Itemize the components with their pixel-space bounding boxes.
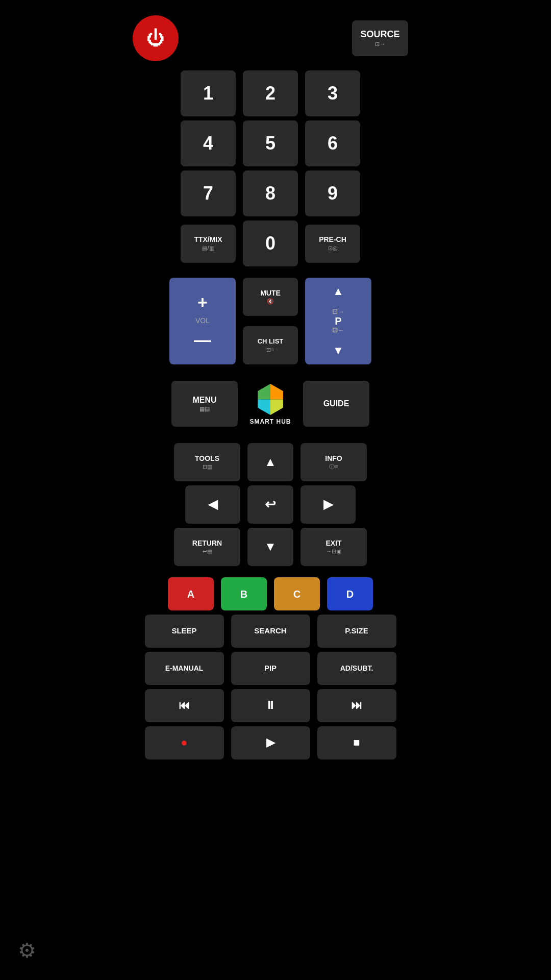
smart-hub-button[interactable]: SMART HUB xyxy=(245,376,296,432)
source-label: SOURCE xyxy=(360,30,399,40)
record-icon: ● xyxy=(181,737,187,749)
rewind-pause-ffwd-row: ⏮ ⏸ ⏭ xyxy=(128,689,413,722)
btn-4[interactable]: 4 xyxy=(181,120,236,166)
ttx-mix-button[interactable]: TTX/MIX ▤/▥ xyxy=(181,225,236,263)
up-button[interactable]: ▲ xyxy=(247,443,293,481)
left-ok-right-row: ◀ ↩ ▶ xyxy=(128,485,413,524)
color-buttons-row: A B C D xyxy=(128,577,413,610)
btn-2[interactable]: 2 xyxy=(243,70,298,116)
btn-0[interactable]: 0 xyxy=(243,220,298,266)
power-button[interactable]: ⏻ xyxy=(133,15,179,61)
exit-label: EXIT xyxy=(325,540,341,547)
mute-icon: 🔇 xyxy=(267,298,274,304)
sleep-button[interactable]: SLEEP xyxy=(145,615,224,648)
color-a-button[interactable]: A xyxy=(168,577,214,610)
tools-icon: ⊡▤ xyxy=(203,463,212,470)
volume-button[interactable]: + VOL — xyxy=(169,278,236,364)
mute-chlist-col: MUTE 🔇 CH LIST ⊡≡ xyxy=(243,278,298,364)
sleep-label: SLEEP xyxy=(171,627,196,635)
btn-9[interactable]: 9 xyxy=(305,170,360,216)
color-c-button[interactable]: C xyxy=(274,577,320,610)
prech-label: PRE-CH xyxy=(319,236,346,243)
rewind-button[interactable]: ⏮ xyxy=(145,689,224,722)
info-label: INFO xyxy=(325,455,342,462)
svg-marker-3 xyxy=(258,399,270,415)
vol-plus-icon: + xyxy=(197,293,208,312)
return-label: RETURN xyxy=(192,540,222,547)
ch-icon-top: ⊡→ xyxy=(332,308,344,315)
vol-minus-icon: — xyxy=(194,330,211,349)
stop-icon: ■ xyxy=(353,737,360,749)
tools-button[interactable]: TOOLS ⊡▤ xyxy=(174,443,240,481)
smart-hub-icon xyxy=(255,383,286,416)
left-button[interactable]: ◀ xyxy=(185,485,240,524)
btn-3[interactable]: 3 xyxy=(305,70,360,116)
chlist-label: CH LIST xyxy=(258,338,284,345)
mute-button[interactable]: MUTE 🔇 xyxy=(243,278,298,316)
play-button[interactable]: ▶ xyxy=(231,726,310,760)
source-icon: ⊡→ xyxy=(375,41,385,47)
search-button[interactable]: SEARCH xyxy=(231,615,310,648)
stop-button[interactable]: ■ xyxy=(317,726,396,760)
rewind-icon: ⏮ xyxy=(179,699,190,712)
ch-up-icon: ▲ xyxy=(333,285,344,298)
search-label: SEARCH xyxy=(254,627,286,635)
emanual-label: E-MANUAL xyxy=(165,665,204,672)
sleep-search-psize-row: SLEEP SEARCH P.SIZE xyxy=(128,615,413,648)
emanual-button[interactable]: E-MANUAL xyxy=(145,652,224,685)
ok-icon: ↩ xyxy=(265,497,276,512)
special-row: TTX/MIX ▤/▥ 0 PRE-CH ⊡◎ xyxy=(128,220,413,266)
channel-button[interactable]: ▲ ⊡→ P ⊡← ▼ xyxy=(305,278,371,364)
pip-label: PIP xyxy=(264,664,277,673)
tools-label: TOOLS xyxy=(195,455,219,462)
ffwd-button[interactable]: ⏭ xyxy=(317,689,396,722)
prech-button[interactable]: PRE-CH ⊡◎ xyxy=(305,225,360,263)
return-button[interactable]: RETURN ↩▤ xyxy=(174,528,240,566)
btn-5[interactable]: 5 xyxy=(243,120,298,166)
menu-button[interactable]: MENU ▦▤ xyxy=(171,381,238,427)
guide-label: GUIDE xyxy=(323,399,349,408)
return-icon: ↩▤ xyxy=(203,548,212,554)
svg-marker-2 xyxy=(270,383,283,399)
emanual-pip-adsubt-row: E-MANUAL PIP AD/SUBT. xyxy=(128,652,413,685)
chlist-icon: ⊡≡ xyxy=(266,347,274,353)
adsubt-label: AD/SUBT. xyxy=(340,665,373,672)
ch-list-button[interactable]: CH LIST ⊡≡ xyxy=(243,326,298,364)
number-row-3: 7 8 9 xyxy=(128,170,413,216)
color-b-button[interactable]: B xyxy=(221,577,267,610)
adsubt-button[interactable]: AD/SUBT. xyxy=(317,652,396,685)
psize-button[interactable]: P.SIZE xyxy=(317,615,396,648)
svg-marker-4 xyxy=(270,399,283,415)
info-button[interactable]: INFO ⓘ≡ xyxy=(300,443,367,481)
btn-1[interactable]: 1 xyxy=(181,70,236,116)
ttx-label: TTX/MIX xyxy=(194,236,222,243)
vol-label: VOL xyxy=(195,317,210,325)
settings-gear[interactable]: ⚙ xyxy=(18,939,36,962)
ch-down-icon: ▼ xyxy=(333,345,344,357)
pause-button[interactable]: ⏸ xyxy=(231,689,310,722)
mute-label: MUTE xyxy=(260,289,281,297)
color-d-button[interactable]: D xyxy=(327,577,373,610)
menu-icon: ▦▤ xyxy=(199,406,210,412)
left-arrow-icon: ◀ xyxy=(208,498,217,511)
menu-label: MENU xyxy=(192,396,216,405)
exit-icon: →⊡▣ xyxy=(326,548,341,554)
pause-icon: ⏸ xyxy=(265,699,276,712)
smart-hub-label: SMART HUB xyxy=(250,418,291,425)
source-button[interactable]: SOURCE ⊡→ xyxy=(352,20,408,56)
down-button[interactable]: ▼ xyxy=(247,528,293,566)
guide-button[interactable]: GUIDE xyxy=(303,381,369,427)
menu-smarthub-guide-row: MENU ▦▤ SMART HUB GUIDE xyxy=(171,376,369,432)
right-button[interactable]: ▶ xyxy=(300,485,356,524)
btn-8[interactable]: 8 xyxy=(243,170,298,216)
record-button[interactable]: ● xyxy=(145,726,224,760)
pip-button[interactable]: PIP xyxy=(231,652,310,685)
ok-button[interactable]: ↩ xyxy=(247,485,293,524)
btn-7[interactable]: 7 xyxy=(181,170,236,216)
play-icon: ▶ xyxy=(266,737,275,749)
down-arrow-icon: ▼ xyxy=(264,540,277,553)
up-arrow-icon: ▲ xyxy=(264,455,277,469)
btn-6[interactable]: 6 xyxy=(305,120,360,166)
ch-p-label: P xyxy=(335,315,341,327)
exit-button[interactable]: EXIT →⊡▣ xyxy=(300,528,367,566)
